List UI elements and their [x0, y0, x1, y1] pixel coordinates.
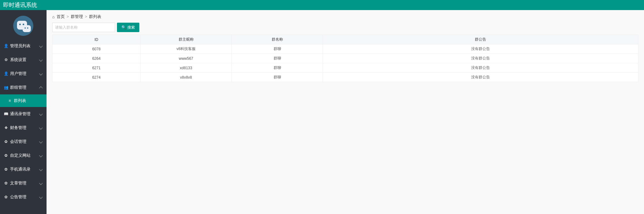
- sidebar-item-label: 系统设置: [10, 57, 26, 63]
- chevron-down-icon: [39, 44, 42, 48]
- table-row[interactable]: 6264www567群聊没有群公告: [53, 54, 638, 63]
- chevron-down-icon: [39, 126, 42, 129]
- cell-owner: v8科技客服: [141, 44, 232, 54]
- cell-notice: 没有群公告: [323, 54, 638, 63]
- cell-notice: 没有群公告: [323, 44, 638, 54]
- sidebar-item-icon: 👤: [4, 71, 8, 76]
- sidebar-item-icon: 📖: [4, 112, 8, 116]
- sidebar-item-icon: 👥: [4, 85, 8, 90]
- main-content: ⌂ 首页 > 群管理 > 群列表 🔍 搜索 ID 群主昵称 群名称: [47, 10, 644, 214]
- col-name: 群名称: [232, 35, 323, 44]
- table-row[interactable]: 6078v8科技客服群聊没有群公告: [53, 44, 638, 54]
- cell-name: 群聊: [232, 44, 323, 54]
- chevron-down-icon: [39, 112, 42, 115]
- sidebar: 👤管理员列表⚙系统设置👤用户管理👥群组管理≡群列表📖通讯录管理❖财务管理✿会话管…: [0, 10, 47, 214]
- search-button-label: 搜索: [127, 25, 135, 30]
- search-icon: 🔍: [121, 25, 126, 30]
- sidebar-item-label: 财务管理: [10, 125, 26, 131]
- sidebar-item-6[interactable]: ✿会话管理: [0, 135, 47, 149]
- sidebar-item-label: 公告管理: [10, 194, 26, 200]
- sidebar-item-icon: ✿: [4, 181, 8, 185]
- sidebar-item-5[interactable]: ❖财务管理: [0, 121, 47, 135]
- sidebar-item-9[interactable]: ✿文章管理: [0, 176, 47, 190]
- cell-owner: www567: [141, 54, 232, 63]
- cell-id: 6078: [53, 44, 141, 54]
- cell-id: 6264: [53, 54, 141, 63]
- cell-name: 群聊: [232, 73, 323, 82]
- cell-name: 群聊: [232, 63, 323, 73]
- app-title: 即时通讯系统: [3, 1, 37, 9]
- sidebar-item-label: 群组管理: [10, 85, 26, 90]
- app-header: 即时通讯系统: [0, 0, 644, 10]
- sidebar-subitem-label: 群列表: [14, 98, 26, 104]
- list-icon: ≡: [8, 99, 12, 103]
- sidebar-item-label: 通讯录管理: [10, 111, 31, 117]
- sidebar-item-1[interactable]: ⚙系统设置: [0, 53, 47, 67]
- toolbar: 🔍 搜索: [52, 23, 638, 32]
- breadcrumb-sep: >: [85, 14, 87, 19]
- cell-owner: v8v8v8: [141, 73, 232, 82]
- cell-owner: xd8133: [141, 63, 232, 73]
- sidebar-subitem-group-list[interactable]: ≡群列表: [0, 94, 47, 107]
- chat-logo-icon: [13, 16, 33, 36]
- sidebar-item-label: 用户管理: [10, 71, 26, 76]
- chevron-up-icon: [39, 86, 42, 90]
- chevron-down-icon: [39, 167, 42, 171]
- sidebar-item-3[interactable]: 👥群组管理: [0, 81, 47, 94]
- sidebar-item-label: 手机通讯录: [10, 166, 31, 172]
- sidebar-item-label: 管理员列表: [10, 43, 31, 49]
- table-header-row: ID 群主昵称 群名称 群公告: [53, 35, 638, 44]
- logo: [0, 10, 47, 39]
- chevron-down-icon: [39, 181, 42, 185]
- sidebar-item-icon: ✿: [4, 167, 8, 172]
- breadcrumb-sep: >: [67, 14, 69, 19]
- search-button[interactable]: 🔍 搜索: [117, 23, 139, 32]
- sidebar-item-4[interactable]: 📖通讯录管理: [0, 107, 47, 121]
- sidebar-item-icon: 👤: [4, 44, 8, 48]
- sidebar-item-10[interactable]: ✿公告管理: [0, 190, 47, 204]
- table-row[interactable]: 6274v8v8v8群聊没有群公告: [53, 73, 638, 82]
- col-id: ID: [53, 35, 141, 44]
- col-notice: 群公告: [323, 35, 638, 44]
- breadcrumb-current: 群列表: [89, 14, 101, 20]
- chevron-down-icon: [39, 195, 42, 199]
- table-row[interactable]: 6271xd8133群聊没有群公告: [53, 63, 638, 73]
- breadcrumb-mid[interactable]: 群管理: [71, 14, 83, 20]
- chevron-down-icon: [39, 154, 42, 157]
- sidebar-item-label: 会话管理: [10, 139, 26, 144]
- home-icon: ⌂: [52, 14, 55, 19]
- chevron-down-icon: [39, 140, 42, 143]
- cell-name: 群聊: [232, 54, 323, 63]
- chevron-down-icon: [39, 72, 42, 75]
- sidebar-item-icon: ✿: [4, 153, 8, 158]
- sidebar-menu: 👤管理员列表⚙系统设置👤用户管理👥群组管理≡群列表📖通讯录管理❖财务管理✿会话管…: [0, 39, 47, 204]
- sidebar-item-8[interactable]: ✿手机通讯录: [0, 162, 47, 176]
- sidebar-item-icon: ❖: [4, 126, 8, 130]
- col-owner: 群主昵称: [141, 35, 232, 44]
- sidebar-item-2[interactable]: 👤用户管理: [0, 67, 47, 81]
- group-table: ID 群主昵称 群名称 群公告 6078v8科技客服群聊没有群公告6264www…: [52, 35, 638, 82]
- search-input[interactable]: [52, 23, 115, 32]
- breadcrumb-home[interactable]: 首页: [57, 14, 65, 20]
- sidebar-item-icon: ⚙: [4, 58, 8, 62]
- cell-id: 6274: [53, 73, 141, 82]
- cell-id: 6271: [53, 63, 141, 73]
- sidebar-item-icon: ✿: [4, 139, 8, 144]
- layout: 👤管理员列表⚙系统设置👤用户管理👥群组管理≡群列表📖通讯录管理❖财务管理✿会话管…: [0, 10, 644, 214]
- sidebar-item-label: 自定义网站: [10, 153, 31, 158]
- chevron-down-icon: [39, 58, 42, 61]
- cell-notice: 没有群公告: [323, 73, 638, 82]
- sidebar-item-7[interactable]: ✿自定义网站: [0, 149, 47, 162]
- sidebar-item-icon: ✿: [4, 195, 8, 199]
- sidebar-item-label: 文章管理: [10, 180, 26, 186]
- sidebar-item-0[interactable]: 👤管理员列表: [0, 39, 47, 53]
- breadcrumb: ⌂ 首页 > 群管理 > 群列表: [52, 14, 638, 20]
- cell-notice: 没有群公告: [323, 63, 638, 73]
